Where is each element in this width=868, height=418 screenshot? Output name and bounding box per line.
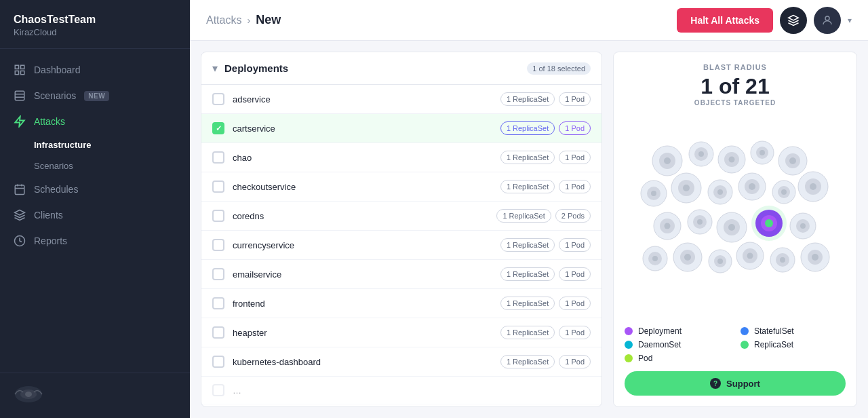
- deployment-tags: 1 ReplicaSet 1 Pod: [500, 326, 591, 339]
- deployment-tags: 1 ReplicaSet 1 Pod: [500, 267, 591, 281]
- row-checkbox[interactable]: [212, 268, 224, 280]
- replicaset-tag: 1 ReplicaSet: [500, 355, 555, 368]
- deployment-tags: 1 ReplicaSet 1 Pod: [500, 297, 591, 310]
- row-checkbox[interactable]: [212, 93, 224, 105]
- breadcrumb-attacks[interactable]: Attacks: [206, 14, 241, 26]
- replicaset-tag: 1 ReplicaSet: [500, 151, 555, 164]
- sidebar-item-scenarios-sub[interactable]: Scenarios: [0, 155, 190, 176]
- row-checkbox[interactable]: [212, 210, 224, 222]
- content-area: ▾ Deployments 1 of 18 selected adservice…: [190, 41, 868, 418]
- svg-point-73: [684, 254, 691, 261]
- row-checkbox[interactable]: [212, 326, 224, 339]
- svg-point-79: [747, 253, 753, 259]
- support-label: Support: [726, 379, 760, 389]
- replicaset-tag: 1 ReplicaSet: [500, 92, 555, 106]
- deployment-name: checkoutservice: [233, 182, 492, 192]
- dropdown-arrow[interactable]: ▾: [848, 16, 852, 25]
- table-row: coredns 1 ReplicaSet 2 Pods: [201, 202, 601, 231]
- row-checkbox[interactable]: [212, 151, 224, 164]
- svg-point-51: [810, 183, 816, 190]
- row-checkbox[interactable]: [212, 297, 224, 309]
- sidebar: ChaosTestTeam KirazCloud Dashboard Scena…: [0, 0, 190, 418]
- sidebar-item-scenarios[interactable]: Scenarios NEW: [0, 83, 190, 109]
- svg-point-24: [698, 151, 704, 157]
- svg-point-76: [717, 259, 723, 264]
- sidebar-item-clients[interactable]: Clients: [0, 202, 190, 228]
- pod-tag: 1 Pod: [559, 267, 591, 281]
- daemonset-legend-label: DaemonSet: [638, 340, 681, 349]
- deployments-panel: ▾ Deployments 1 of 18 selected adservice…: [201, 52, 602, 407]
- sidebar-item-schedules[interactable]: Schedules: [0, 176, 190, 202]
- halt-all-button[interactable]: Halt All Attacks: [677, 8, 773, 33]
- sidebar-item-dashboard[interactable]: Dashboard: [0, 57, 190, 83]
- user-avatar-button[interactable]: [814, 7, 841, 34]
- sidebar-item-reports[interactable]: Reports: [0, 228, 190, 254]
- deployment-tags: 1 ReplicaSet 1 Pod: [500, 92, 591, 106]
- deployment-name: …: [233, 385, 591, 396]
- svg-point-45: [749, 183, 755, 190]
- scenarios-sub-label: Scenarios: [34, 161, 73, 171]
- pod-dot: [625, 354, 633, 362]
- svg-rect-3: [15, 71, 18, 75]
- team-name: ChaosTestTeam: [14, 14, 176, 26]
- sidebar-item-label: Clients: [34, 210, 63, 221]
- statefulset-dot: [741, 327, 749, 335]
- row-checkbox[interactable]: [212, 384, 224, 396]
- svg-point-33: [789, 157, 796, 164]
- support-icon: ?: [710, 378, 721, 389]
- sidebar-item-attacks[interactable]: Attacks: [0, 109, 190, 134]
- deployment-tags: 1 ReplicaSet 1 Pod: [500, 238, 591, 252]
- deployment-tags: 1 ReplicaSet 1 Pod: [500, 355, 591, 368]
- legend-daemonset: DaemonSet: [625, 340, 730, 349]
- pod-tag: 1 Pod: [559, 238, 591, 252]
- sidebar-nav: Dashboard Scenarios NEW Attacks In: [0, 49, 190, 373]
- blast-radius-title: BLAST RADIUS: [614, 52, 856, 74]
- table-row: currencyservice 1 ReplicaSet 1 Pod: [201, 231, 601, 260]
- collapse-button[interactable]: ▾: [212, 62, 218, 75]
- svg-point-16: [25, 392, 32, 397]
- svg-marker-7: [15, 117, 24, 127]
- table-row: kubernetes-dashboard 1 ReplicaSet 1 Pod: [201, 347, 601, 377]
- pod-tag: 1 Pod: [559, 151, 591, 164]
- svg-rect-0: [15, 65, 18, 69]
- pod-tag: 1 Pod: [559, 355, 591, 368]
- sidebar-item-infrastructure[interactable]: Infrastructure: [0, 134, 190, 155]
- support-button[interactable]: ? Support: [625, 371, 846, 396]
- replicaset-tag: 1 ReplicaSet: [496, 209, 551, 223]
- breadcrumb-separator: ›: [247, 15, 250, 26]
- legend-pod: Pod: [625, 354, 730, 363]
- pod-legend-label: Pod: [638, 354, 652, 363]
- svg-marker-12: [15, 210, 25, 216]
- table-row: frontend 1 ReplicaSet 1 Pod: [201, 289, 601, 318]
- breadcrumb: Attacks › New: [206, 13, 281, 27]
- main-content: Attacks › New Halt All Attacks ▾: [190, 0, 868, 418]
- blast-radius-panel: BLAST RADIUS 1 of 21 OBJECTS TARGETED: [613, 52, 857, 407]
- table-row: …: [201, 377, 601, 404]
- row-checkbox[interactable]: [212, 239, 224, 251]
- row-checkbox[interactable]: [212, 180, 224, 193]
- table-row: chao 1 ReplicaSet 1 Pod: [201, 143, 601, 172]
- new-badge: NEW: [84, 91, 109, 101]
- sidebar-item-label: Scenarios: [34, 90, 76, 101]
- replicaset-legend-label: ReplicaSet: [754, 340, 793, 349]
- clients-icon: [14, 209, 26, 221]
- deployment-name: coredns: [233, 211, 488, 221]
- blast-radius-svg: [620, 140, 850, 290]
- svg-point-36: [651, 191, 656, 196]
- pod-tag: 1 Pod: [559, 180, 591, 193]
- infrastructure-label: Infrastructure: [34, 140, 92, 150]
- svg-point-57: [697, 219, 703, 225]
- brand-logo: [14, 384, 43, 404]
- deployment-dot: [625, 327, 633, 335]
- svg-point-18: [825, 16, 829, 20]
- blast-radius-count: 1 of 21: [614, 74, 856, 99]
- row-checkbox[interactable]: [212, 356, 224, 368]
- row-checkbox[interactable]: [212, 122, 224, 134]
- legend-replicaset: ReplicaSet: [741, 340, 846, 349]
- table-row: adservice 1 ReplicaSet 1 Pod: [201, 85, 601, 114]
- layers-button[interactable]: [780, 7, 807, 34]
- svg-point-27: [729, 157, 735, 163]
- deployments-list[interactable]: adservice 1 ReplicaSet 1 Pod cartservice…: [201, 85, 601, 406]
- deployment-legend-label: Deployment: [638, 326, 682, 336]
- scenarios-icon: [14, 90, 26, 102]
